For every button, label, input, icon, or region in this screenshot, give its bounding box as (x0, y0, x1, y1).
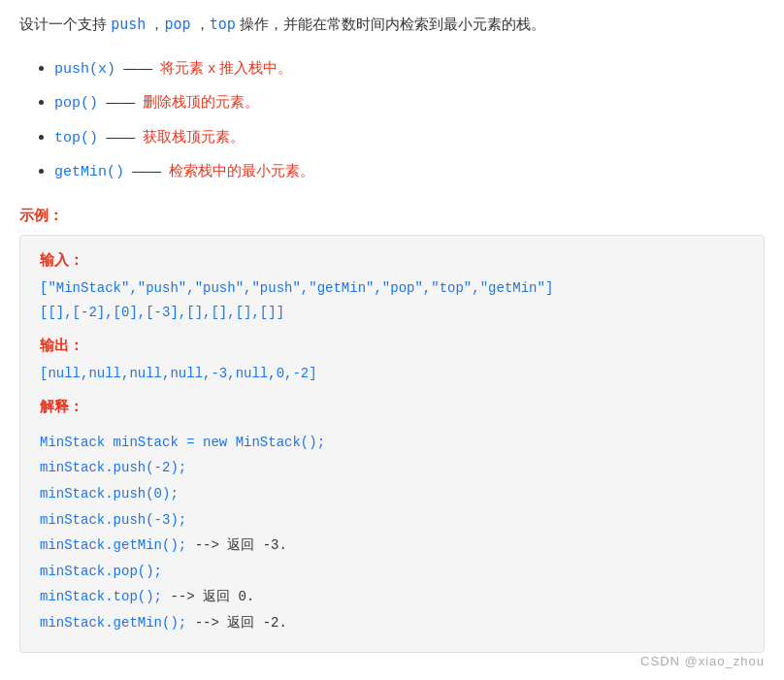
dash-push: —— (123, 59, 156, 76)
input-line2: [[],[-2],[0],[-3],[],[],[],[]] (40, 302, 744, 325)
bullet-list: push(x) —— 将元素 x 推入栈中。 pop() —— 删除栈顶的元素。… (19, 55, 765, 185)
list-item-push: push(x) —— 将元素 x 推入栈中。 (54, 55, 765, 82)
header-description: 设计一个支持 push ，pop ，top 操作，并能在常数时间内检索到最小元素… (19, 12, 765, 38)
list-item-top: top() —— 获取栈顶元素。 (54, 124, 765, 151)
code-getmin: getMin() (54, 164, 124, 180)
keyword-top: top (210, 16, 236, 33)
input-line1: ["MinStack","push","push","push","getMin… (40, 277, 744, 301)
explain-line-2: minStack.push(0); (40, 481, 744, 507)
output-label: 输出： (40, 337, 744, 355)
explain-label: 解释： (40, 398, 744, 416)
explain-line-4: minStack.getMin(); --> 返回 -3. (40, 533, 744, 559)
keyword-push: push (111, 16, 146, 33)
list-item-pop: pop() —— 删除栈顶的元素。 (54, 89, 765, 116)
desc-pop: 删除栈顶的元素。 (143, 93, 259, 110)
explain-block: MinStack minStack = new MinStack(); minS… (40, 430, 744, 636)
example-box: 输入： ["MinStack","push","push","push","ge… (19, 235, 765, 653)
desc-getmin: 检索栈中的最小元素。 (169, 162, 314, 178)
explain-line-7: minStack.getMin(); --> 返回 -2. (40, 610, 744, 636)
example-label: 示例： (19, 207, 765, 225)
desc-push: 将元素 x 推入栈中。 (160, 59, 292, 76)
explain-line-6: minStack.top(); --> 返回 0. (40, 584, 744, 610)
watermark: CSDN @xiao_zhou (640, 654, 765, 668)
explain-line-3: minStack.push(-3); (40, 507, 744, 534)
dash-top: —— (106, 128, 139, 145)
input-label: 输入： (40, 251, 744, 270)
code-pop: pop() (54, 95, 98, 112)
explain-line-5: minStack.pop(); (40, 559, 744, 585)
output-line: [null,null,null,null,-3,null,0,-2] (40, 363, 744, 386)
code-top: top() (54, 130, 98, 146)
list-item-getmin: getMin() —— 检索栈中的最小元素。 (54, 158, 765, 185)
desc-top: 获取栈顶元素。 (143, 128, 245, 145)
dash-getmin: —— (132, 162, 165, 178)
code-push: push(x) (54, 61, 115, 78)
dash-pop: —— (106, 93, 139, 110)
explain-line-0: MinStack minStack = new MinStack(); (40, 430, 744, 456)
explain-line-1: minStack.push(-2); (40, 455, 744, 481)
example-section: 示例： 输入： ["MinStack","push","push","push"… (19, 207, 765, 653)
keyword-pop: pop (164, 16, 190, 33)
